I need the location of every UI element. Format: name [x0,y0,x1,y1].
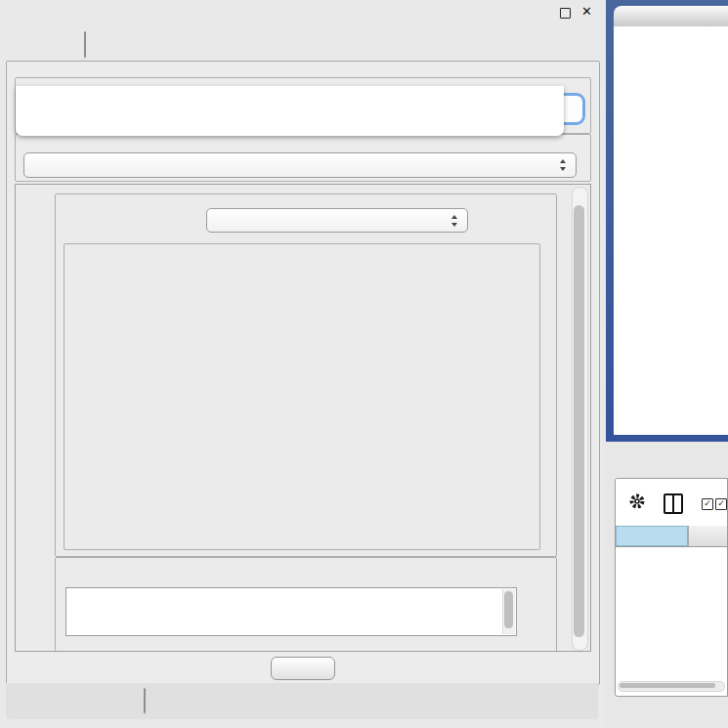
attributes-list-scrollbar-thumb[interactable] [504,591,513,628]
algorithm-dropdown-popup [16,86,564,136]
apply-button[interactable] [271,657,335,680]
screen: ✕ [0,0,728,728]
close-panel-icon[interactable]: ✕ [581,4,592,19]
attributes-group [55,557,557,652]
top-tab-bar [84,31,86,58]
settings-scrollpane [15,184,591,652]
float-panel-icon[interactable] [560,8,571,19]
split-columns-icon[interactable] [664,493,683,514]
control-panel-titlebar: ✕ [0,0,606,23]
combobox-spinner-icon [560,159,567,171]
settings-scrollbar-thumb[interactable] [574,205,584,637]
interval-definition-group [55,193,557,557]
bottom-tab-bar [144,688,146,713]
control-panel-window: ✕ [0,0,606,728]
combobox-spinner-icon [451,215,458,227]
column-header-name[interactable] [688,526,728,546]
thresholds-group [64,243,540,550]
node-table: ✓ ✓ [615,478,728,697]
settings-vertical-scrollbar[interactable] [572,187,588,651]
table-toolbar: ✓ ✓ [616,479,727,526]
number-of-intervals-combobox[interactable] [206,208,468,233]
bottom-tab-strip [6,683,598,719]
column-header-shared-name[interactable] [616,526,688,546]
checkbox-icon[interactable]: ✓ [702,498,713,510]
table-header [616,526,728,547]
network-canvas[interactable] [614,26,728,435]
attributes-list [65,587,517,636]
table-hscrollbar-thumb[interactable] [620,683,715,688]
network-window-titlebar[interactable] [614,6,728,27]
checkbox-icon[interactable]: ✓ [715,498,727,510]
gear-icon[interactable] [628,492,646,510]
table-data-combobox[interactable] [23,152,577,178]
table-panel: ✓ ✓ [606,442,728,728]
network-view-window [606,0,728,442]
table-data-group [15,134,591,182]
cyni-toolbox-panel [6,61,600,685]
table-horizontal-scrollbar[interactable] [618,681,725,692]
algorithm-placeholder [16,88,564,104]
attributes-list-scrollbar[interactable] [502,589,515,634]
